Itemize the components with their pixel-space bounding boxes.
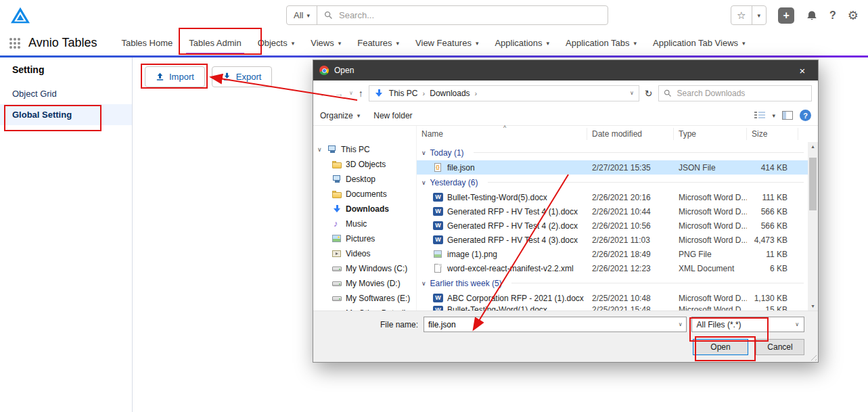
scroll-down-icon[interactable]: ▾ bbox=[808, 302, 818, 311]
file-name-cell: image (1).png bbox=[417, 250, 587, 259]
file-name-input[interactable] bbox=[424, 320, 675, 329]
file-name-cell: ABC Corporation RFP - 2021 (1).docx bbox=[417, 294, 587, 303]
tab-objects[interactable]: Objects▾ bbox=[250, 30, 303, 55]
history-dropdown-icon[interactable]: ∨ bbox=[349, 90, 353, 96]
app-launcher-icon[interactable] bbox=[9, 38, 20, 49]
column-header-size[interactable]: Size bbox=[747, 128, 798, 140]
tab-label: View Features bbox=[415, 38, 472, 48]
dialog-title: Open bbox=[334, 66, 354, 75]
tree-item-3d-objects[interactable]: 3D Objects bbox=[316, 157, 416, 172]
file-size: 111 KB bbox=[747, 193, 798, 202]
drive-icon bbox=[332, 264, 342, 273]
file-name-combobox: ∨ bbox=[424, 317, 687, 332]
notifications-bell-icon[interactable] bbox=[806, 10, 818, 21]
search-field bbox=[317, 6, 608, 24]
chevron-down-icon[interactable]: ∨ bbox=[630, 90, 634, 96]
quick-add-icon[interactable]: + bbox=[778, 7, 794, 24]
cancel-button[interactable]: Cancel bbox=[756, 339, 804, 355]
tab-view-features[interactable]: View Features▾ bbox=[407, 30, 486, 55]
image-file-icon bbox=[433, 250, 443, 259]
tree-item-my-movies-d[interactable]: My Movies (D:) bbox=[316, 276, 416, 291]
tree-item-this-pc[interactable]: ∨This PC bbox=[316, 142, 416, 157]
drive-icon bbox=[332, 279, 342, 288]
tab-application-tab-views[interactable]: Application Tab Views▾ bbox=[645, 30, 754, 55]
tab-label: Features bbox=[357, 38, 392, 48]
group-header-yesterday-6[interactable]: ∨Yesterday (6) bbox=[417, 175, 808, 190]
tab-views[interactable]: Views▾ bbox=[302, 30, 349, 55]
tab-label: Tables Admin bbox=[189, 38, 241, 48]
dialog-search-input[interactable] bbox=[676, 88, 806, 99]
up-icon[interactable]: ↑ bbox=[359, 88, 363, 99]
export-button[interactable]: Export bbox=[212, 66, 273, 87]
back-icon[interactable]: ← bbox=[319, 88, 329, 99]
help-icon[interactable]: ? bbox=[829, 9, 836, 22]
sidebar-item-global-setting[interactable]: Global Setting bbox=[0, 104, 132, 125]
chevron-down-icon: ∨ bbox=[421, 280, 426, 287]
tab-features[interactable]: Features▾ bbox=[349, 30, 407, 55]
import-button[interactable]: Import bbox=[145, 66, 205, 87]
file-size: 566 KB bbox=[747, 221, 798, 231]
tab-tables-admin[interactable]: Tables Admin bbox=[181, 30, 249, 55]
tree-item-pictures[interactable]: Pictures bbox=[316, 231, 416, 246]
organize-label: Organize bbox=[320, 111, 353, 120]
column-header-date-modified[interactable]: Date modified bbox=[587, 128, 674, 140]
favorites-star-icon[interactable]: ☆ bbox=[731, 6, 751, 24]
scroll-up-icon[interactable]: ▴ bbox=[808, 142, 818, 151]
forward-icon[interactable]: → bbox=[334, 88, 344, 99]
resize-grip[interactable] bbox=[808, 352, 817, 361]
file-row[interactable]: Generated RFP - HV Test 4 (2).docx2/26/2… bbox=[417, 219, 808, 233]
file-name: image (1).png bbox=[447, 250, 497, 259]
tree-item-music[interactable]: Music bbox=[316, 216, 416, 231]
tree-item-my-other-data-i[interactable]: My Other Data (I∨ bbox=[316, 306, 416, 311]
tab-application-tabs[interactable]: Application Tabs▾ bbox=[557, 30, 645, 55]
group-header-earlier-this-week-5[interactable]: ∨Earlier this week (5) bbox=[417, 275, 808, 291]
tree-item-downloads[interactable]: Downloads bbox=[316, 202, 416, 216]
refresh-icon[interactable]: ↻ bbox=[645, 88, 653, 99]
dialog-help-icon[interactable]: ? bbox=[800, 110, 811, 121]
tab-label: Application Tab Views bbox=[653, 38, 738, 48]
file-type: JSON File bbox=[674, 163, 747, 173]
tree-item-desktop[interactable]: Desktop bbox=[316, 172, 416, 187]
file-row[interactable]: Generated RFP - HV Test 4 (3).docx2/26/2… bbox=[417, 233, 808, 247]
close-icon[interactable]: × bbox=[787, 60, 818, 81]
scrollbar-thumb[interactable] bbox=[809, 158, 817, 210]
setup-gear-icon[interactable]: ⚙ bbox=[848, 8, 859, 23]
file-row[interactable]: file.json2/27/2021 15:35JSON File414 KB bbox=[417, 160, 808, 175]
preview-pane-icon[interactable] bbox=[782, 111, 793, 120]
tab-label: Objects bbox=[258, 38, 288, 48]
scrollbar[interactable]: ▴ ▾ bbox=[808, 142, 818, 311]
column-header-name[interactable]: Name^ bbox=[417, 128, 587, 140]
tree-item-videos[interactable]: Videos bbox=[316, 246, 416, 261]
view-mode-icon[interactable] bbox=[754, 111, 765, 120]
search-input[interactable] bbox=[338, 9, 601, 21]
file-row[interactable]: Bullet-Testing-Word(5).docx2/26/2021 20:… bbox=[417, 190, 808, 204]
search-scope-dropdown[interactable]: All ▾ bbox=[287, 6, 317, 24]
column-header-type[interactable]: Type bbox=[674, 128, 747, 140]
file-row[interactable]: image (1).png2/26/2021 18:49PNG File11 K… bbox=[417, 247, 808, 261]
group-header-today-1[interactable]: ∨Today (1) bbox=[417, 145, 808, 160]
dialog-main: ∨This PC3D ObjectsDesktopDocumentsDownlo… bbox=[313, 126, 818, 311]
view-mode-dropdown-icon[interactable]: ▾ bbox=[772, 112, 775, 119]
open-button[interactable]: Open bbox=[693, 339, 748, 355]
sidebar-item-object-grid[interactable]: Object Grid bbox=[0, 83, 132, 104]
file-row[interactable]: word-excel-react-manifest-v2.2.xml2/26/2… bbox=[417, 261, 808, 275]
favorites-dropdown-icon[interactable]: ▾ bbox=[752, 6, 767, 24]
file-row[interactable]: Bullet-Testing-Word(1).docx2/25/2021 15:… bbox=[417, 305, 808, 311]
chevron-down-icon: ▾ bbox=[292, 40, 295, 47]
breadcrumb-item[interactable]: Downloads bbox=[430, 89, 470, 98]
file-row[interactable]: Generated RFP - HV Test 4 (1).docx2/26/2… bbox=[417, 204, 808, 219]
drive-icon bbox=[332, 294, 342, 303]
breadcrumb-item[interactable]: This PC bbox=[389, 89, 418, 98]
organize-menu[interactable]: Organize ▾ bbox=[320, 111, 360, 120]
app-window: All ▾ ☆ ▾ + ? ⚙ bbox=[0, 0, 868, 412]
file-name: file.json bbox=[447, 163, 475, 173]
tab-tables-home[interactable]: Tables Home bbox=[113, 30, 181, 55]
tab-applications[interactable]: Applications▾ bbox=[486, 30, 557, 55]
tree-item-my-softwares-e[interactable]: My Softwares (E:) bbox=[316, 291, 416, 306]
chevron-down-icon[interactable]: ∨ bbox=[675, 321, 686, 327]
tree-item-documents[interactable]: Documents bbox=[316, 187, 416, 202]
tree-item-my-windows-c[interactable]: My Windows (C:) bbox=[316, 261, 416, 276]
new-folder-button[interactable]: New folder bbox=[373, 111, 412, 120]
file-type-dropdown[interactable]: All Files (*.*) ∨ bbox=[691, 317, 804, 332]
file-row[interactable]: ABC Corporation RFP - 2021 (1).docx2/25/… bbox=[417, 291, 808, 305]
